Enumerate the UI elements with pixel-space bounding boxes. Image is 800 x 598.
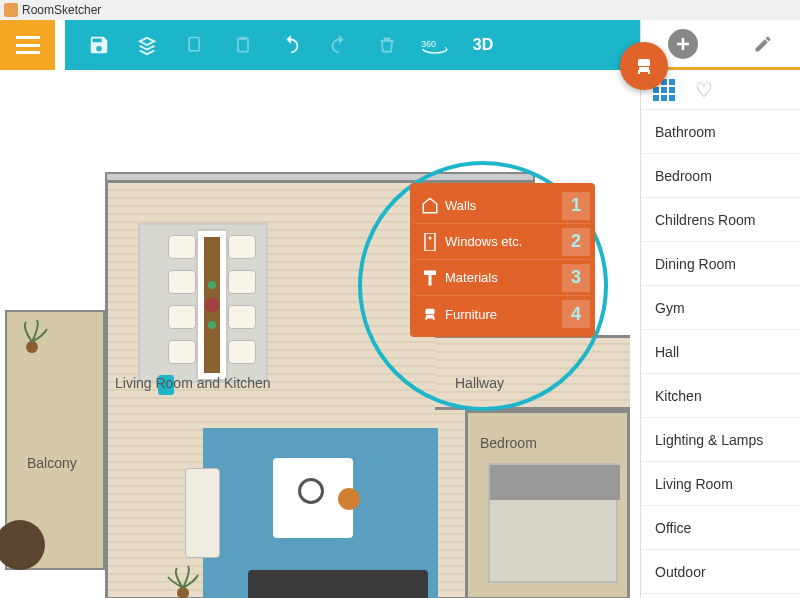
favorites-button[interactable]: ♡ [695, 78, 713, 102]
category-item[interactable]: Office [641, 506, 800, 550]
plus-icon [675, 36, 691, 52]
svg-point-7 [429, 236, 432, 239]
undo-icon [280, 34, 302, 56]
category-item[interactable]: Outdoor [641, 550, 800, 594]
svg-rect-6 [425, 233, 435, 251]
paste-button[interactable] [219, 20, 267, 70]
dining-chair [228, 340, 256, 364]
svg-rect-8 [424, 270, 436, 275]
library-panel: ♡ Bathroom Bedroom Childrens Room Dining… [640, 20, 800, 598]
mode-label: Furniture [445, 307, 562, 322]
undo-button[interactable] [267, 20, 315, 70]
copy-button[interactable] [171, 20, 219, 70]
trash-icon [377, 35, 397, 55]
sofa [248, 570, 428, 598]
mode-walls[interactable]: Walls 1 [415, 188, 590, 224]
hallway-label: Hallway [455, 375, 504, 391]
save-icon [88, 34, 110, 56]
dining-chair [168, 340, 196, 364]
redo-icon [328, 34, 350, 56]
category-item[interactable]: Bathroom [641, 110, 800, 154]
category-item[interactable]: Lighting & Lamps [641, 418, 800, 462]
copy-icon [185, 35, 205, 55]
chair-icon [632, 54, 656, 78]
dining-chair [168, 270, 196, 294]
dining-table [198, 231, 226, 379]
pencil-icon [755, 36, 770, 51]
mode-label: Walls [445, 198, 562, 213]
edit-button[interactable] [753, 34, 773, 54]
redo-button[interactable] [315, 20, 363, 70]
plant [12, 317, 52, 357]
furniture-mode-button[interactable] [620, 42, 668, 90]
svg-point-5 [26, 341, 38, 353]
menu-button[interactable] [0, 20, 55, 70]
step-number: 2 [562, 228, 590, 256]
category-item[interactable]: Hall [641, 330, 800, 374]
step-number: 4 [562, 300, 590, 328]
mode-label: Materials [445, 270, 562, 285]
save-button[interactable] [75, 20, 123, 70]
dining-chair [228, 235, 256, 259]
mode-label: Windows etc. [445, 234, 562, 249]
category-item[interactable]: Kitchen [641, 374, 800, 418]
main-toolbar: 360 3D [65, 20, 640, 70]
living-label: Living Room and Kitchen [115, 375, 271, 391]
dining-chair [228, 270, 256, 294]
360-icon: 360 [421, 35, 449, 55]
layers-icon [136, 34, 158, 56]
category-item[interactable]: Bedroom [641, 154, 800, 198]
living-rug [203, 428, 438, 598]
svg-rect-9 [429, 275, 432, 286]
dining-chair [168, 305, 196, 329]
hallway [435, 335, 630, 410]
category-item[interactable]: Dining Room [641, 242, 800, 286]
category-item[interactable]: Gym [641, 286, 800, 330]
plant [163, 563, 203, 598]
3d-button[interactable]: 3D [459, 20, 507, 70]
category-item[interactable]: Living Room [641, 462, 800, 506]
dining-chair [168, 235, 196, 259]
svg-point-4 [177, 587, 189, 598]
mode-furniture[interactable]: Furniture 4 [415, 296, 590, 332]
mode-menu: Walls 1 Windows etc. 2 Materials 3 Furni… [410, 183, 595, 337]
360-button[interactable]: 360 [411, 20, 459, 70]
3d-label: 3D [473, 36, 493, 54]
svg-rect-1 [238, 38, 248, 51]
step-number: 3 [562, 264, 590, 292]
add-button[interactable] [668, 29, 698, 59]
floorplan-canvas[interactable]: Balcony Living Room and Kitchen Hallway … [0, 70, 640, 598]
armchair [185, 468, 220, 558]
mode-windows[interactable]: Windows etc. 2 [415, 224, 590, 260]
app-icon [4, 3, 18, 17]
app-title: RoomSketcher [22, 3, 101, 17]
balcony-label: Balcony [27, 455, 77, 471]
bed [488, 463, 618, 583]
windows-icon [423, 233, 437, 251]
bedroom-label: Bedroom [480, 435, 537, 451]
dining-rug [138, 223, 268, 383]
category-item[interactable]: Childrens Room [641, 198, 800, 242]
svg-rect-0 [189, 38, 199, 51]
hamburger-icon [16, 36, 40, 54]
svg-rect-2 [241, 37, 246, 40]
levels-button[interactable] [123, 20, 171, 70]
furniture-icon [421, 305, 439, 323]
category-list: Bathroom Bedroom Childrens Room Dining R… [641, 110, 800, 594]
materials-icon [421, 269, 439, 287]
round-tray [298, 478, 324, 504]
walls-icon [421, 197, 439, 215]
step-number: 1 [562, 192, 590, 220]
clipboard-icon [233, 35, 253, 55]
delete-button[interactable] [363, 20, 411, 70]
dining-chair [228, 305, 256, 329]
round-pouf [338, 488, 360, 510]
mode-materials[interactable]: Materials 3 [415, 260, 590, 296]
svg-text:360: 360 [421, 39, 436, 49]
